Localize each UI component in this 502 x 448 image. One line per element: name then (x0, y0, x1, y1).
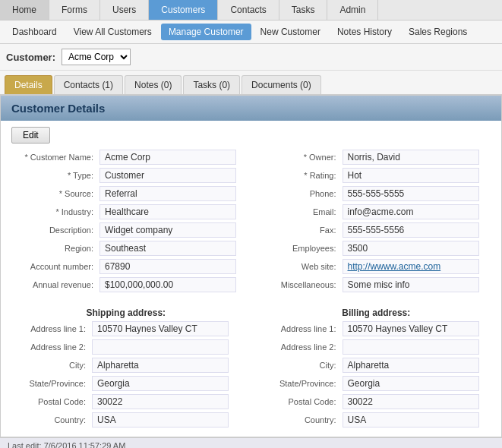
label-owner: * Owner: (251, 153, 343, 162)
subnav-view-all[interactable]: View All Customers (66, 24, 159, 40)
subnav-new[interactable]: New Customer (253, 24, 328, 40)
label-customer-name: * Customer Name: (8, 153, 99, 162)
field-employees: Employees: 3500 (251, 241, 494, 256)
tab-documents[interactable]: Documents (0) (242, 75, 321, 94)
label-bill-state: State/Province: (251, 379, 343, 388)
value-bill-city: Alpharetta (343, 358, 479, 373)
field-ship-line1: Address line 1: 10570 Haynes Valley CT (1, 321, 251, 336)
field-owner: * Owner: Norris, David (251, 150, 494, 165)
status-bar: Last edit: 7/6/2016 11:57:29 AM (0, 437, 502, 448)
label-ship-country: Country: (1, 415, 92, 424)
label-email: Email: (251, 207, 343, 216)
customer-label: Customer: (6, 52, 55, 63)
value-bill-line1: 10570 Haynes Valley CT (343, 321, 479, 336)
value-source: Referral (99, 186, 236, 201)
value-bill-line2 (343, 339, 479, 355)
label-industry: * Industry: (8, 207, 99, 216)
field-ship-state: State/Province: Georgia (1, 376, 251, 391)
label-website: Web site: (251, 262, 343, 271)
edit-btn-row: Edit (1, 121, 501, 150)
value-misc: Some misc info (343, 277, 479, 292)
label-rating: * Rating: (251, 171, 343, 180)
label-account-number: Account number: (8, 262, 99, 271)
label-misc: Miscellaneous: (251, 280, 343, 289)
billing-header: Billing address: (251, 303, 502, 321)
value-email: info@acme.com (343, 204, 479, 219)
right-fields: * Owner: Norris, David * Rating: Hot Pho… (251, 150, 494, 295)
sub-nav: Dashboard View All Customers Manage Cust… (0, 21, 502, 44)
label-type: * Type: (8, 171, 99, 180)
shipping-address: Shipping address: Address line 1: 10570 … (1, 303, 251, 431)
subnav-manage[interactable]: Manage Customer (161, 24, 251, 40)
field-region: Region: Southeast (8, 241, 251, 256)
label-bill-line2: Address line 2: (251, 342, 343, 352)
label-ship-city: City: (1, 361, 92, 370)
nav-customers[interactable]: Customers (149, 0, 218, 20)
value-ship-country: USA (92, 412, 229, 427)
edit-button[interactable]: Edit (11, 127, 50, 144)
label-ship-postal: Postal Code: (1, 397, 92, 406)
field-ship-country: Country: USA (1, 412, 251, 427)
tab-tasks[interactable]: Tasks (0) (183, 75, 240, 94)
detail-tabs: Details Contacts (1) Notes (0) Tasks (0)… (0, 71, 502, 95)
field-bill-state: State/Province: Georgia (251, 376, 502, 391)
field-fax: Fax: 555-555-5556 (251, 222, 494, 238)
value-phone: 555-555-5555 (343, 186, 479, 201)
value-annual-revenue: $100,000,000.00 (99, 277, 236, 292)
label-fax: Fax: (251, 226, 343, 235)
value-fax: 555-555-5556 (343, 222, 479, 238)
label-ship-line2: Address line 2: (1, 342, 92, 352)
subnav-dashboard[interactable]: Dashboard (5, 24, 65, 40)
customer-selector-row: Customer: Acme Corp (0, 44, 502, 71)
value-website[interactable]: http://wwww.acme.com (343, 259, 479, 274)
field-description: Description: Widget company (8, 222, 251, 238)
label-region: Region: (8, 244, 99, 253)
billing-address: Billing address: Address line 1: 10570 H… (251, 303, 502, 431)
label-bill-city: City: (251, 361, 343, 370)
field-ship-city: City: Alpharetta (1, 358, 251, 373)
field-misc: Miscellaneous: Some misc info (251, 277, 494, 292)
subnav-notes[interactable]: Notes History (330, 24, 399, 40)
value-bill-state: Georgia (343, 376, 479, 391)
field-industry: * Industry: Healthcare (8, 204, 251, 219)
value-ship-line1: 10570 Haynes Valley CT (92, 321, 229, 336)
address-grid: Shipping address: Address line 1: 10570 … (1, 303, 501, 431)
nav-home[interactable]: Home (0, 0, 49, 20)
value-account-number: 67890 (99, 259, 236, 274)
nav-admin[interactable]: Admin (327, 0, 378, 20)
value-region: Southeast (99, 241, 236, 256)
field-source: * Source: Referral (8, 186, 251, 201)
section-header: Customer Details (1, 96, 501, 121)
field-email: Email: info@acme.com (251, 204, 494, 219)
value-type: Customer (99, 168, 236, 183)
nav-contacts[interactable]: Contacts (218, 0, 279, 20)
nav-forms[interactable]: Forms (49, 0, 100, 20)
value-bill-country: USA (343, 412, 479, 427)
nav-tasks[interactable]: Tasks (279, 0, 328, 20)
label-ship-state: State/Province: (1, 379, 92, 388)
label-source: * Source: (8, 189, 99, 198)
field-annual-revenue: Annual revenue: $100,000,000.00 (8, 277, 251, 292)
left-fields: * Customer Name: Acme Corp * Type: Custo… (8, 150, 251, 295)
value-bill-postal: 30022 (343, 394, 479, 409)
field-bill-postal: Postal Code: 30022 (251, 394, 502, 409)
value-owner: Norris, David (343, 150, 479, 165)
field-type: * Type: Customer (8, 168, 251, 183)
fields-grid: * Customer Name: Acme Corp * Type: Custo… (1, 150, 501, 303)
subnav-regions[interactable]: Sales Regions (401, 24, 475, 40)
value-ship-line2 (92, 339, 229, 355)
main-content: Customer Details Edit * Customer Name: A… (0, 95, 502, 437)
tab-details[interactable]: Details (5, 75, 52, 94)
field-bill-country: Country: USA (251, 412, 502, 427)
field-ship-line2: Address line 2: (1, 339, 251, 355)
label-bill-country: Country: (251, 415, 343, 424)
nav-users[interactable]: Users (100, 0, 149, 20)
tab-contacts[interactable]: Contacts (1) (54, 75, 123, 94)
field-bill-city: City: Alpharetta (251, 358, 502, 373)
value-employees: 3500 (343, 241, 479, 256)
tab-notes[interactable]: Notes (0) (125, 75, 182, 94)
label-annual-revenue: Annual revenue: (8, 280, 99, 289)
field-account-number: Account number: 67890 (8, 259, 251, 274)
customer-dropdown[interactable]: Acme Corp (62, 49, 131, 65)
field-rating: * Rating: Hot (251, 168, 494, 183)
